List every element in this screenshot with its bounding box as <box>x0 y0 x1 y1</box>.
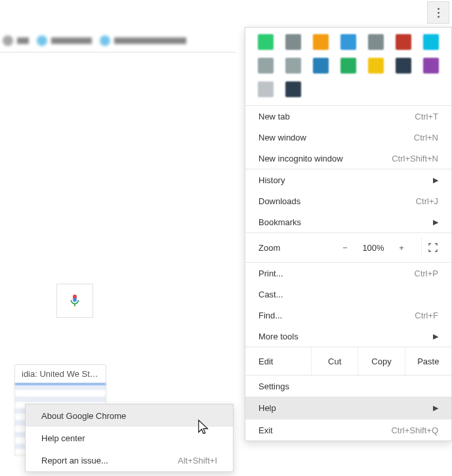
extension-icon[interactable] <box>258 81 274 97</box>
edit-cut-button[interactable]: Cut <box>311 347 358 375</box>
menu-item-shortcut: Ctrl+J <box>416 196 438 206</box>
menu-item-exit[interactable]: Exit Ctrl+Shift+Q <box>245 420 451 441</box>
menu-item-print[interactable]: Print... Ctrl+P <box>245 263 451 284</box>
menu-item-label: Exit <box>258 425 391 435</box>
menu-item-label: Bookmarks <box>258 217 433 227</box>
menu-item-shortcut: Alt+Shift+I <box>178 456 217 465</box>
menu-item-bookmarks[interactable]: Bookmarks ▶ <box>245 211 451 232</box>
zoom-value: 100% <box>357 243 390 253</box>
extension-icon[interactable] <box>313 58 329 74</box>
menu-item-find[interactable]: Find... Ctrl+F <box>245 305 451 326</box>
extension-icon[interactable] <box>285 58 301 74</box>
menu-item-label: New window <box>258 133 414 142</box>
chevron-right-icon: ▶ <box>433 332 438 341</box>
submenu-item-about[interactable]: About Google Chrome <box>26 404 233 427</box>
extension-icon[interactable] <box>258 58 274 74</box>
chevron-right-icon: ▶ <box>433 176 438 184</box>
menu-item-label: Help <box>258 403 433 413</box>
extension-icon[interactable] <box>396 58 411 74</box>
menu-item-label: Report an issue... <box>41 456 178 465</box>
menu-item-shortcut: Ctrl+Shift+N <box>392 154 438 163</box>
chrome-menu-button[interactable] <box>427 1 449 24</box>
bookmarks-bar <box>0 30 236 53</box>
submenu-item-report-issue[interactable]: Report an issue... Alt+Shift+I <box>26 449 233 471</box>
extension-icon[interactable] <box>396 34 411 50</box>
menu-item-shortcut: Ctrl+Shift+Q <box>391 425 438 435</box>
menu-item-label: About Google Chrome <box>41 411 217 421</box>
extension-icon[interactable] <box>258 34 274 50</box>
chevron-right-icon: ▶ <box>433 404 438 412</box>
menu-item-settings[interactable]: Settings <box>245 376 451 397</box>
menu-item-shortcut: Ctrl+N <box>414 133 438 142</box>
menu-item-new-incognito[interactable]: New incognito window Ctrl+Shift+N <box>245 148 451 169</box>
chevron-right-icon: ▶ <box>433 218 438 227</box>
menu-item-label: Zoom <box>258 243 333 253</box>
menu-item-shortcut: Ctrl+F <box>415 311 438 320</box>
zoom-in-button[interactable]: + <box>390 238 413 257</box>
extension-icon[interactable] <box>285 81 301 97</box>
menu-item-more-tools[interactable]: More tools ▶ <box>245 326 451 347</box>
menu-item-label: Print... <box>258 269 415 278</box>
menu-item-label: Edit <box>258 357 311 366</box>
menu-item-downloads[interactable]: Downloads Ctrl+J <box>245 190 451 211</box>
mic-icon <box>68 292 82 310</box>
extension-icon[interactable] <box>340 34 356 50</box>
menu-item-new-tab[interactable]: New tab Ctrl+T <box>245 106 451 127</box>
menu-item-cast[interactable]: Cast... <box>245 284 451 305</box>
extension-icon[interactable] <box>423 34 439 50</box>
menu-item-label: Help center <box>41 433 217 443</box>
chrome-main-menu: New tab Ctrl+T New window Ctrl+N New inc… <box>245 27 452 441</box>
bookmark-item[interactable] <box>3 35 29 46</box>
bookmark-item[interactable] <box>37 35 92 46</box>
extension-icon[interactable] <box>285 34 301 50</box>
menu-item-history[interactable]: History ▶ <box>245 169 451 190</box>
menu-item-label: Cast... <box>258 290 438 299</box>
fullscreen-icon <box>428 242 438 253</box>
menu-item-new-window[interactable]: New window Ctrl+N <box>245 127 451 148</box>
tile-label: idia: United We St… <box>14 364 106 383</box>
menu-item-label: New incognito window <box>258 154 392 163</box>
menu-item-label: New tab <box>258 112 415 121</box>
vertical-dots-icon <box>438 8 440 18</box>
menu-item-label: Downloads <box>258 196 416 206</box>
submenu-item-help-center[interactable]: Help center <box>26 427 233 449</box>
extension-icon[interactable] <box>368 34 384 50</box>
help-submenu: About Google Chrome Help center Report a… <box>25 404 234 472</box>
extension-icon[interactable] <box>340 58 356 74</box>
menu-item-label: Settings <box>258 381 438 391</box>
extensions-grid <box>245 28 451 105</box>
menu-item-shortcut: Ctrl+P <box>415 269 438 278</box>
extension-icon[interactable] <box>313 34 329 50</box>
edit-copy-button[interactable]: Copy <box>358 347 404 375</box>
menu-item-label: History <box>258 175 433 185</box>
menu-item-edit: Edit Cut Copy Paste <box>245 347 451 375</box>
zoom-out-button[interactable]: − <box>333 238 357 257</box>
edit-paste-button[interactable]: Paste <box>405 347 451 375</box>
menu-item-zoom: Zoom − 100% + <box>245 233 451 262</box>
fullscreen-button[interactable] <box>421 238 443 257</box>
menu-item-label: Find... <box>258 311 415 320</box>
voice-search-button[interactable] <box>56 284 93 318</box>
extension-icon[interactable] <box>423 58 439 74</box>
bookmark-item[interactable] <box>100 35 186 46</box>
menu-item-help[interactable]: Help ▶ <box>245 397 451 419</box>
menu-item-shortcut: Ctrl+T <box>415 112 438 121</box>
extension-icon[interactable] <box>368 58 384 74</box>
menu-item-label: More tools <box>258 332 433 341</box>
